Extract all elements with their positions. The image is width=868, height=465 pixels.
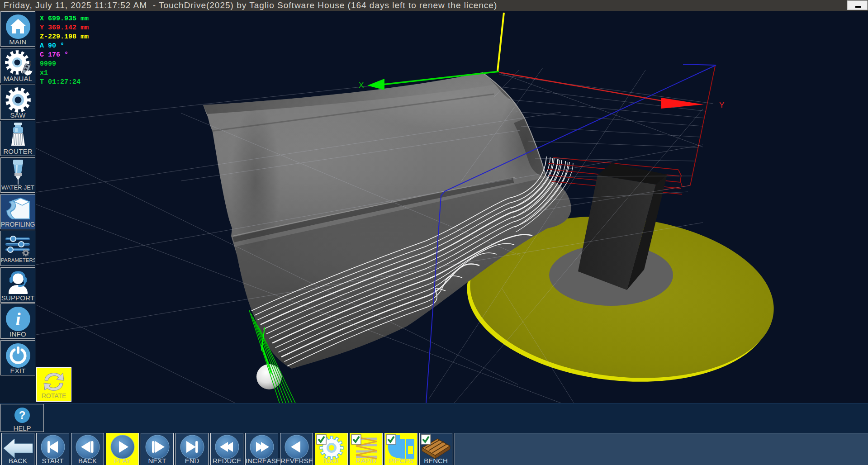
svg-text:?: ? — [19, 409, 26, 421]
svg-text:X: X — [359, 81, 364, 90]
svg-text:i: i — [15, 309, 20, 329]
svg-text:Y: Y — [719, 101, 724, 109]
